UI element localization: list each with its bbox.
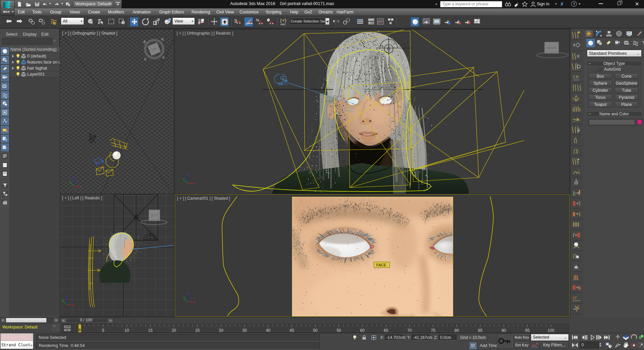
svg-text:50: 50	[313, 328, 318, 333]
svg-text:100: 100	[548, 328, 554, 333]
svg-text:3: 3	[234, 18, 237, 24]
svg-text:MAX: MAX	[3, 10, 10, 13]
svg-text:55: 55	[337, 328, 341, 333]
svg-text:y: y	[70, 180, 71, 183]
svg-text:x: x	[194, 301, 196, 304]
svg-text:{: {	[280, 18, 282, 23]
svg-text:z: z	[186, 173, 188, 176]
svg-text:y: y	[183, 177, 185, 180]
svg-text:65: 65	[384, 328, 388, 333]
svg-text:x: x	[80, 185, 82, 188]
svg-text:10: 10	[125, 328, 129, 333]
svg-text:35: 35	[242, 328, 247, 333]
svg-text:FACE: FACE	[376, 263, 386, 267]
svg-text:S: S	[144, 57, 146, 61]
svg-text:FRONT: FRONT	[547, 46, 557, 50]
svg-text:x: x	[194, 182, 195, 185]
svg-text:95: 95	[525, 328, 530, 333]
svg-text:30: 30	[219, 328, 223, 333]
svg-text:5: 5	[102, 328, 104, 333]
svg-text:85: 85	[478, 328, 483, 333]
svg-text:45: 45	[290, 328, 294, 333]
svg-text:LEFT: LEFT	[151, 214, 158, 217]
svg-text:70: 70	[407, 328, 412, 333]
svg-text:25: 25	[195, 328, 200, 333]
svg-text:15: 15	[148, 328, 153, 333]
svg-text:z: z	[73, 176, 75, 179]
svg-text:90: 90	[502, 328, 506, 333]
svg-text:40: 40	[266, 328, 271, 333]
svg-text:ABC: ABC	[281, 23, 286, 26]
svg-text:z: z	[66, 295, 68, 298]
svg-text:y: y	[62, 299, 64, 302]
svg-text:60: 60	[360, 328, 365, 333]
svg-text:x: x	[73, 304, 75, 307]
svg-text:N: N	[161, 38, 164, 41]
svg-text:20: 20	[172, 328, 176, 333]
svg-text:}: }	[285, 18, 287, 23]
svg-text:i: i	[573, 42, 575, 47]
svg-text:y: y	[183, 296, 185, 299]
svg-text:75: 75	[431, 328, 436, 333]
svg-text:%: %	[256, 18, 259, 22]
svg-text:z: z	[187, 291, 188, 295]
svg-text:80: 80	[455, 328, 459, 333]
